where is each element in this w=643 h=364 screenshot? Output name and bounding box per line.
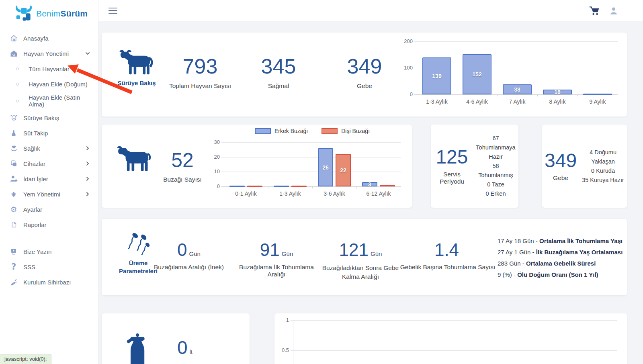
devices-icon (10, 160, 18, 168)
bull-logo-icon (14, 5, 34, 22)
note-line: 27 Ay 1 Gün - İlk Buzağılama Yaş Ortalam… (498, 249, 624, 256)
sidebar-nav: Anasayfa Hayvan Yönetimi Tüm Hayvanlar H… (0, 31, 98, 232)
sidebar-item-saglik[interactable]: Sağlık (0, 141, 98, 156)
calf-icon (115, 145, 155, 172)
sidebar-item-suruye-bakis[interactable]: Sürüye Bakış (0, 110, 98, 125)
bullet-icon (16, 67, 19, 70)
app-logo[interactable]: BenimSürüm (0, 0, 98, 23)
stat-pregnant-count: 349 Gebe (545, 151, 577, 182)
sidebar: BenimSürüm Anasayfa Hayvan Yönetimi Tüm … (0, 0, 98, 364)
sidebar-item-hayvan-yonetimi[interactable]: Hayvan Yönetimi (0, 46, 98, 61)
app-name: BenimSürüm (36, 9, 88, 18)
herd-overview-card: Sürüye Bakış 793 Toplam Hayvan Sayısı 34… (102, 33, 627, 117)
calf-card: 52 Buzağı Sayısı 01020300-1 Aylık1-3 Ayl… (102, 125, 412, 208)
sidebar-item-hayvan-ekle-satin-alma[interactable]: Hayvan Ekle (Satın Alma) (0, 92, 88, 110)
herd-overview-icon-block: Sürüye Bakış (107, 49, 166, 87)
status-link-tooltip: javascript: void(0); (0, 354, 51, 364)
user-icon[interactable] (609, 6, 618, 15)
stat-calf-count: 52 Buzağı Sayısı (156, 150, 209, 183)
main-content: Sürüye Bakış 793 Toplam Hayvan Sayısı 34… (98, 21, 643, 364)
sidebar-item-cihazlar[interactable]: Cihazlar (0, 156, 98, 171)
herd-overview-title: Sürüye Bakış (107, 79, 166, 87)
sidebar-divider (7, 238, 91, 238)
sidebar-item-hayvan-ekle-dogum[interactable]: Hayvan Ekle (Doğum) (0, 76, 98, 92)
pregnant-details: 4 Doğumu Yaklaşan 0 Kuruda 35 Kuruya Haz… (582, 148, 625, 185)
sidebar-item-kurulum-sihirbazi[interactable]: Kurulum Sihirbazı (0, 274, 98, 290)
milk-card: 0lt (102, 313, 250, 364)
sidebar-item-idari-isler[interactable]: İdari İşler (0, 171, 98, 186)
milk-can-icon (125, 333, 149, 364)
sidebar-item-sss[interactable]: ? SSS (0, 259, 98, 274)
chevron-right-icon (85, 146, 90, 151)
cart-icon[interactable] (589, 6, 600, 16)
breeding-notes: 17 Ay 18 Gün - Ortalama İlk Tohumlama Ya… (498, 237, 624, 282)
herd-age-distribution-chart: 01002001-3 Aylık1394-6 Aylık1527 Aylık38… (399, 37, 622, 114)
sidebar-footer-nav: Bize Yazın ? SSS Kurulum Sihirbazı (0, 244, 98, 290)
magic-wand-icon (10, 278, 18, 286)
stat-days-open: 121Gün Buzağıladıktan Sonra Gebe Kalma A… (316, 241, 405, 282)
chevron-right-icon (85, 176, 90, 181)
sidebar-item-raporlar[interactable]: Raporlar (0, 217, 98, 232)
topbar (98, 0, 643, 21)
cow-icon (117, 49, 156, 75)
cow-head-icon (10, 114, 18, 122)
milk-chart-card: 0.51 (274, 313, 627, 364)
stat-pregnant: 349 Gebe (332, 56, 397, 90)
stat-first-insemination-interval: 91Gün Buzağılama İlk Tohumlama Aralığı (232, 241, 321, 278)
chat-icon (10, 247, 18, 256)
note-line: 9 (%) - Ölü Doğum Oranı (Son 1 Yıl) (498, 271, 624, 278)
question-mark-icon: ? (10, 263, 18, 271)
pregnant-card: 349 Gebe 4 Doğumu Yaklaşan 0 Kuruda 35 K… (542, 125, 627, 208)
home-icon (10, 34, 18, 42)
hamburger-menu-icon[interactable] (109, 6, 117, 16)
service-period-details: 67 Tohumlanmaya Hazır 58 Tohumlanmış 0 T… (475, 134, 516, 198)
sidebar-item-tum-hayvanlar[interactable]: Tüm Hayvanlar (0, 61, 98, 76)
service-period-card: 125 Servis Periyodu 67 Tohumlanmaya Hazı… (431, 125, 518, 208)
stat-total-animals: 793 Toplam Hayvan Sayısı (160, 56, 240, 90)
sidebar-item-anasayfa[interactable]: Anasayfa (0, 31, 98, 46)
note-line: 283 Gün - Ortalama Gebelik Süresi (498, 260, 624, 267)
stat-milking: 345 Sağmal (246, 56, 311, 90)
sidebar-item-bize-yazin[interactable]: Bize Yazın (0, 244, 98, 259)
sidebar-item-sut-takip[interactable]: Süt Takip (0, 125, 98, 141)
stat-service-period: 125 Servis Periyodu (433, 147, 471, 185)
sidebar-item-yem-yonetimi[interactable]: Yem Yönetimi (0, 186, 98, 202)
corn-feed-icon (10, 190, 18, 198)
document-icon (10, 221, 18, 229)
chevron-right-icon (85, 161, 90, 166)
chevron-down-icon (85, 51, 90, 56)
health-hand-heart-icon (10, 144, 18, 152)
stat-milk-total: 0lt (177, 338, 192, 357)
gear-icon: ⚙ (10, 205, 18, 213)
breeding-card: Üreme Parametreleri 0Gün Buzağılama Aral… (102, 219, 627, 295)
stat-inseminations-per-pregnancy: 1.4 Gebelik Başına Tohumlama Sayısı (399, 241, 496, 271)
bullet-icon (16, 83, 19, 86)
chevron-right-icon (85, 192, 90, 196)
milk-chart: 0.51 (274, 313, 627, 364)
sidebar-item-ayarlar[interactable]: ⚙ Ayarlar (0, 202, 98, 217)
note-line: 17 Ay 18 Gün - Ortalama İlk Tohumlama Ya… (498, 237, 624, 244)
stat-calving-interval: 0Gün Buzağılama Aralığı (İnek) (147, 241, 231, 271)
barn-icon (10, 49, 18, 57)
flask-icon (10, 129, 18, 137)
calf-gender-age-chart: 01020300-1 Aylık1-3 Aylık3-6 Aylık26226-… (205, 127, 408, 207)
bullet-icon (16, 100, 19, 102)
user-gear-icon (10, 175, 18, 183)
